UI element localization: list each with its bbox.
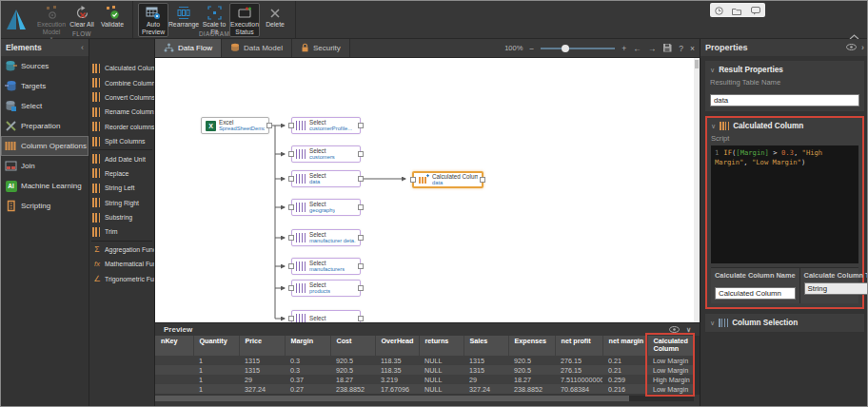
node-select-geography[interactable]: Selectgeography: [291, 199, 361, 216]
history-icon[interactable]: [715, 2, 723, 19]
column-header-cost[interactable]: Cost: [330, 336, 375, 356]
sidebar-item-targets[interactable]: Targets: [1, 76, 89, 96]
column-header-expenses[interactable]: Expenses: [508, 336, 555, 356]
redo-button[interactable]: →: [648, 44, 657, 53]
zoom-in-button[interactable]: +: [621, 44, 626, 53]
help-button[interactable]: ?: [679, 44, 683, 53]
preview-horizontal-scrollbar[interactable]: [155, 396, 694, 401]
op-string-left[interactable]: String Left: [89, 181, 154, 195]
op-mathematical-function[interactable]: fxMathematical Function: [89, 257, 154, 271]
zoom-out-button[interactable]: −: [529, 44, 534, 53]
output-port[interactable]: [358, 204, 364, 210]
delete-button[interactable]: Delete: [260, 3, 290, 29]
output-port[interactable]: [358, 176, 364, 182]
node-select-data[interactable]: Selectdata: [291, 170, 361, 187]
table-row[interactable]: 1327.240.27238.885217.67096NULL327.24238…: [155, 384, 694, 394]
op-reorder-columns[interactable]: Reorder columns: [89, 120, 154, 134]
output-port[interactable]: [358, 123, 364, 128]
input-port[interactable]: [288, 123, 294, 128]
input-port[interactable]: [288, 263, 294, 269]
folder-icon[interactable]: [732, 2, 741, 19]
save-icon[interactable]: [662, 43, 672, 54]
calculated-column-section-header[interactable]: ∨ Calculated Column: [711, 122, 858, 130]
eye-icon[interactable]: [669, 326, 680, 334]
close-button[interactable]: ×: [690, 44, 695, 53]
resulting-table-name-input[interactable]: [710, 94, 859, 107]
output-port[interactable]: [358, 235, 364, 241]
input-port[interactable]: [288, 235, 294, 241]
node-calculated-column[interactable]: Calculated Column.data: [412, 171, 483, 188]
panel-collapse-icon[interactable]: ›: [861, 43, 864, 52]
op-aggregation-function[interactable]: ΣAggregation Function: [89, 242, 154, 257]
input-port[interactable]: [288, 316, 294, 321]
tab-data-model[interactable]: Data Model: [222, 39, 292, 57]
op-trigonometric-function[interactable]: ∠Trigonometric Functi...: [89, 271, 154, 285]
op-string-right[interactable]: String Right: [89, 196, 154, 210]
column-header-calculated-column[interactable]: Calculated Column: [647, 336, 694, 356]
node-select-customers[interactable]: Selectcustomers: [291, 145, 361, 163]
input-port[interactable]: [288, 204, 294, 210]
input-port[interactable]: [288, 176, 294, 182]
zoom-slider[interactable]: [541, 48, 615, 49]
calc-column-name-input[interactable]: [715, 287, 796, 300]
op-trim[interactable]: Trim: [89, 224, 154, 239]
output-port[interactable]: [358, 285, 364, 291]
app-logo[interactable]: [1, 1, 31, 38]
table-row[interactable]: 113150.3920.5118.35NULL1315920.5276.150.…: [155, 356, 694, 365]
preview-collapse-icon[interactable]: ∨: [686, 326, 691, 334]
scrollbar-thumb[interactable]: [695, 60, 699, 68]
op-split-columns[interactable]: Split Columns: [89, 134, 154, 148]
node-select-manufacturer-details[interactable]: Selectmanufacturer deta...: [291, 229, 361, 246]
output-port[interactable]: [266, 123, 272, 128]
column-header-net-margin[interactable]: net margin: [602, 336, 647, 356]
output-port[interactable]: [358, 151, 364, 157]
feedback-icon[interactable]: [751, 2, 760, 19]
column-header-net-profit[interactable]: net profit: [555, 336, 602, 356]
script-editor[interactable]: 1IF([Margin] > 0.3, "High Margin", "Low …: [711, 145, 858, 263]
sidebar-item-select[interactable]: Select: [1, 96, 89, 116]
column-header-sales[interactable]: Sales: [464, 336, 508, 356]
undo-button[interactable]: ←: [633, 44, 641, 53]
node-excel-source[interactable]: X ExcelSpreadSheetDemo L...: [201, 117, 269, 134]
column-header-nkey[interactable]: nKey: [155, 336, 193, 356]
output-port[interactable]: [358, 263, 364, 269]
column-header-quantity[interactable]: Quantity: [193, 336, 239, 356]
result-properties-section-header[interactable]: ∨ Result Properties: [710, 66, 859, 74]
op-replace[interactable]: Replace: [89, 166, 154, 181]
scrollbar-thumb[interactable]: [155, 396, 629, 401]
input-port[interactable]: [288, 151, 294, 157]
table-row[interactable]: 113150.3920.5118.35NULL1315920.5276.150.…: [155, 365, 694, 375]
column-selection-section-header[interactable]: ∨ Column Selection: [710, 319, 859, 327]
node-select-clipped[interactable]: Select: [291, 310, 361, 322]
sidebar-item-join[interactable]: Join: [1, 156, 89, 176]
flow-canvas[interactable]: X ExcelSpreadSheetDemo L... Selectcustom…: [155, 58, 700, 322]
output-port[interactable]: [358, 316, 364, 321]
op-rename-columns[interactable]: Rename Columns: [89, 105, 154, 119]
panel-collapse-icon[interactable]: ‹: [81, 43, 84, 52]
sidebar-item-machine-learning[interactable]: AI Machine Learning: [1, 176, 89, 196]
output-port[interactable]: [480, 177, 485, 183]
column-header-margin[interactable]: Margin: [285, 336, 330, 356]
tab-security[interactable]: Security: [292, 39, 350, 57]
sidebar-item-preparation[interactable]: Preparation: [1, 116, 89, 136]
zoom-slider-thumb[interactable]: [562, 45, 569, 52]
node-select-manufacturers[interactable]: Selectmanufacturers: [291, 258, 361, 275]
sidebar-item-scripting[interactable]: Scripting: [1, 196, 89, 216]
sidebar-item-column-operations[interactable]: Column Operations: [1, 136, 89, 156]
clear-all-button[interactable]: Clear All: [67, 3, 97, 29]
input-port[interactable]: [410, 177, 416, 183]
node-select-products[interactable]: Selectproducts: [291, 280, 361, 297]
op-convert-columns[interactable]: Convert Columns: [89, 90, 154, 105]
op-calculated-column[interactable]: Calculated Column: [89, 61, 154, 75]
tab-data-flow[interactable]: Data Flow: [155, 39, 222, 57]
calc-column-type-dropdown[interactable]: String ▾: [804, 282, 868, 295]
sidebar-item-sources[interactable]: Sources: [1, 56, 89, 76]
op-combine-columns[interactable]: Combine Columns: [89, 75, 154, 89]
column-header-price[interactable]: Price: [239, 336, 285, 356]
column-header-returns[interactable]: returns: [419, 336, 464, 356]
input-port[interactable]: [288, 285, 294, 291]
eye-icon[interactable]: [846, 43, 857, 52]
table-row[interactable]: 1290.3718.273.219NULL2918.277.5110000000…: [155, 375, 694, 384]
validate-button[interactable]: Validate: [97, 3, 128, 29]
op-add-date-unit[interactable]: Add Date Unit: [89, 151, 154, 165]
